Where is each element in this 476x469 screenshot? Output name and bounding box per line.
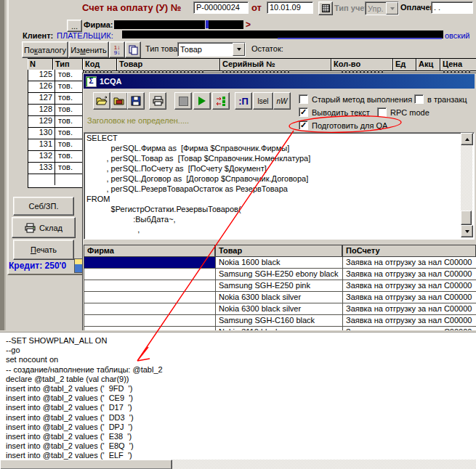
col-header-ed[interactable]: Ед bbox=[392, 59, 416, 70]
checkbox-old-method[interactable]: Старый метод выполнения bbox=[299, 94, 412, 104]
table-row[interactable]: Nokia 1600 black Заявка на отгрузку за н… bbox=[84, 257, 476, 269]
result-col-product[interactable]: Товар bbox=[216, 245, 343, 256]
col-header-tovar[interactable]: Товар bbox=[116, 59, 219, 70]
col-header-n[interactable]: N bbox=[28, 59, 52, 70]
exchange-table-button[interactable] bbox=[212, 92, 230, 110]
table-row[interactable]: 127тов. bbox=[28, 93, 83, 105]
play-icon bbox=[198, 97, 206, 105]
save-button[interactable] bbox=[127, 92, 145, 110]
table-exchange-icon bbox=[216, 96, 227, 107]
nw-button[interactable]: nW bbox=[273, 92, 291, 110]
invoice-number-field[interactable]: Р-00000024 bbox=[193, 1, 249, 14]
sql-output-text[interactable]: --SET SHOWPLAN_ALL ON --go set nocount o… bbox=[0, 333, 476, 461]
stop-button[interactable] bbox=[174, 92, 192, 110]
sort-button[interactable]: 1↓ 9↓ bbox=[109, 41, 125, 58]
output-panel: --SET SHOWPLAN_ALL ON --go set nocount o… bbox=[0, 332, 476, 469]
by-catalog-button[interactable]: По каталогу bbox=[22, 41, 68, 58]
table-row[interactable]: Nokia 6300 black silver Заявка на отгруз… bbox=[84, 303, 476, 315]
table-row[interactable]: 128тов. bbox=[28, 105, 83, 116]
scroll-up-button[interactable] bbox=[461, 133, 473, 145]
result-table-header: Фирма Товар ПоСчету bbox=[84, 245, 476, 257]
chevron-down-icon[interactable] bbox=[233, 43, 245, 56]
run-button[interactable] bbox=[193, 92, 211, 110]
col-header-kolvo[interactable]: Кол-во bbox=[331, 59, 392, 70]
result-col-firm[interactable]: Фирма bbox=[84, 245, 216, 256]
firm-redaction-bar bbox=[114, 20, 205, 29]
calendar-button[interactable] bbox=[318, 1, 333, 15]
col-header-serial[interactable]: Серийный № bbox=[219, 59, 331, 70]
firm-redaction-bar bbox=[209, 20, 243, 29]
calendar-icon bbox=[322, 4, 330, 12]
col-header-kod[interactable]: Код bbox=[82, 59, 116, 70]
checkbox-output-text[interactable]: ✓ Выводить текст bbox=[299, 107, 370, 117]
col-header-tip[interactable]: Тип bbox=[52, 59, 82, 70]
table-row[interactable]: Samsung SGH-C160 black Заявка на отгрузк… bbox=[84, 315, 476, 327]
printer-icon bbox=[153, 96, 164, 106]
table-row[interactable]: Nokia 6300 black silver Заявка на отгруз… bbox=[84, 292, 476, 303]
checkbox-rpc-mode[interactable]: RPC mode bbox=[377, 107, 429, 117]
paid-field[interactable]: . . bbox=[431, 1, 473, 14]
items-table-header: N Тип Код Товар Серийный № Кол-во Ед Акц… bbox=[28, 58, 476, 71]
table-row[interactable]: Samsung SGH-E250 pink Заявка на отгрузку… bbox=[84, 280, 476, 292]
table-row[interactable]: 131тов. bbox=[28, 139, 83, 151]
scroll-down-button[interactable] bbox=[461, 225, 473, 237]
horizontal-scrollbar[interactable] bbox=[0, 460, 476, 469]
invoice-date-field[interactable]: 10.01.09 bbox=[267, 1, 313, 14]
checkbox-box[interactable] bbox=[414, 94, 424, 104]
selected-cell[interactable] bbox=[84, 257, 216, 268]
cost-salary-button[interactable]: Себ/ЗП. bbox=[13, 197, 74, 216]
left-window-edge bbox=[0, 0, 7, 332]
table-row[interactable]: 130тов. bbox=[28, 128, 83, 139]
table-row[interactable]: Samsung SGH-E250 ebony black Заявка на о… bbox=[84, 269, 476, 280]
stop-icon bbox=[179, 97, 188, 106]
result-col-doc[interactable]: ПоСчету bbox=[343, 245, 475, 256]
table-row-empty[interactable] bbox=[28, 174, 83, 185]
print-query-button[interactable] bbox=[149, 92, 166, 110]
checkbox-box[interactable] bbox=[299, 94, 308, 104]
copy-button[interactable] bbox=[125, 41, 141, 58]
item-type-select[interactable]: Товар bbox=[177, 42, 246, 57]
checkbox-prepare-qa[interactable]: ✓ Подготовить для QA bbox=[299, 121, 387, 130]
checkmark-icon[interactable]: ✓ bbox=[299, 107, 308, 117]
sel-button[interactable]: lsel bbox=[253, 92, 273, 110]
table-row[interactable]: 126тов. bbox=[28, 81, 83, 93]
scroll-thumb[interactable] bbox=[461, 211, 472, 225]
client-tail: овский bbox=[445, 31, 469, 40]
firm-browse-button[interactable]: ... bbox=[67, 20, 82, 32]
col-header-cena[interactable]: Цена bbox=[440, 59, 476, 70]
from-label: от bbox=[251, 2, 262, 13]
qa-status-text: Заголовок не определен..... bbox=[87, 116, 189, 125]
print-button[interactable]: Печать bbox=[13, 240, 74, 260]
checkbox-in-transaction[interactable]: в транзакц bbox=[414, 94, 467, 104]
client-text-fragment bbox=[278, 38, 442, 39]
firm-text-fragment bbox=[206, 20, 209, 28]
table-row[interactable]: 132тов. bbox=[28, 151, 83, 163]
chevron-down-icon[interactable] bbox=[386, 2, 398, 15]
screen: Счет на оплату (У) № Р-00000024 от 10.01… bbox=[0, 0, 476, 469]
folder-document-icon bbox=[113, 96, 125, 106]
edit-button[interactable]: Изменить bbox=[68, 41, 109, 58]
credit-label: Кредит: 250'0 bbox=[9, 261, 66, 271]
invoice-title: Счет на оплату (У) № bbox=[82, 2, 181, 13]
stock-label: Остаток: bbox=[251, 44, 283, 53]
checkmark-icon[interactable]: ✓ bbox=[299, 121, 308, 130]
checkbox-box[interactable] bbox=[377, 107, 387, 117]
sql-editor[interactable]: SELECT регSQL.Фирма as [Фирма $Справочни… bbox=[84, 132, 475, 240]
col-header-akc[interactable]: Акц bbox=[416, 59, 440, 70]
account-type-select[interactable]: Упр. bbox=[365, 1, 399, 15]
table-row[interactable]: Nokia 3110 black Заявка на отгрузку за н… bbox=[84, 327, 476, 332]
scroll-thumb[interactable] bbox=[0, 460, 172, 469]
table-row[interactable]: 125тов. bbox=[28, 70, 83, 81]
pi-button[interactable]: :П bbox=[235, 92, 252, 110]
sort-icon: 9↓ bbox=[114, 50, 120, 55]
open-folder-icon bbox=[96, 96, 108, 106]
open-file-button[interactable] bbox=[93, 92, 110, 110]
warehouse-button[interactable]: Склад bbox=[12, 217, 76, 238]
open-recent-button[interactable] bbox=[110, 92, 128, 110]
table-row[interactable]: 133тов. bbox=[28, 163, 83, 174]
printer-icon bbox=[25, 223, 36, 233]
sql-vertical-scrollbar[interactable] bbox=[461, 133, 472, 237]
qa-window-icon: Σ bbox=[86, 76, 97, 87]
table-row[interactable]: 129тов. bbox=[28, 116, 83, 128]
qa-title-bar[interactable]: Σ 1CQA bbox=[84, 74, 475, 89]
